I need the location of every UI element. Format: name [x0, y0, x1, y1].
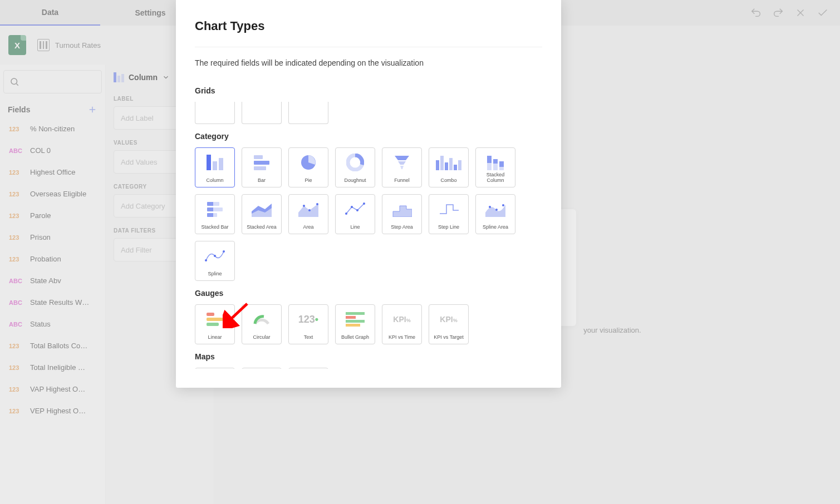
modal-description: The required fields will be indicated de…: [195, 58, 542, 67]
group-category: Category: [195, 132, 540, 141]
card-label: Bar: [258, 178, 266, 184]
chart-card-kpi-time[interactable]: KPI%KPI vs Time: [382, 304, 422, 344]
chart-card-grid[interactable]: [242, 102, 282, 124]
card-label: KPI vs Time: [389, 335, 415, 340]
card-label: Stacked Column: [478, 172, 513, 184]
chart-card-bullet[interactable]: Bullet Graph: [335, 304, 375, 344]
card-label: Combo: [440, 178, 456, 184]
card-label: Area: [303, 225, 313, 230]
svg-point-17: [489, 206, 491, 208]
card-label: Funnel: [394, 178, 410, 184]
card-label: Line: [350, 225, 360, 230]
card-label: Linear: [208, 335, 222, 340]
chart-card-choropleth[interactable]: Choropleth: [195, 368, 235, 369]
card-label: Stacked Area: [247, 225, 277, 230]
chart-card-stacked-bar[interactable]: Stacked Bar: [195, 194, 235, 234]
svg-point-19: [502, 204, 504, 206]
chart-card-bar[interactable]: Bar: [242, 147, 282, 187]
chart-card-step-line[interactable]: Step Line: [429, 194, 469, 234]
card-label: Text: [304, 335, 313, 340]
chart-card-linear[interactable]: Linear: [195, 304, 235, 344]
card-label: Pie: [304, 178, 312, 184]
chart-card-area[interactable]: Area: [288, 194, 328, 234]
svg-point-15: [363, 202, 365, 205]
card-label: Column: [206, 178, 223, 184]
card-label: Spline Area: [483, 225, 508, 230]
chart-card-step-area[interactable]: Step Area: [382, 194, 422, 234]
chart-card-grid[interactable]: [195, 102, 235, 124]
chart-card-grid[interactable]: [288, 102, 328, 124]
chart-card-line[interactable]: Line: [335, 194, 375, 234]
chart-card-circular[interactable]: Circular: [242, 304, 282, 344]
card-label: Step Area: [391, 225, 413, 230]
card-label: Spline: [208, 271, 222, 277]
card-label: KPI vs Target: [434, 335, 463, 340]
chart-card-stacked-area[interactable]: Stacked Area: [242, 194, 282, 234]
card-label: Circular: [253, 335, 270, 340]
card-label: Step Line: [438, 225, 459, 230]
svg-point-20: [205, 259, 207, 261]
chart-card-pie[interactable]: Pie: [288, 147, 328, 187]
chart-card-spline[interactable]: Spline: [195, 241, 235, 281]
svg-point-13: [351, 206, 353, 208]
chart-card-doughnut[interactable]: Doughnut: [335, 147, 375, 187]
svg-point-12: [345, 213, 347, 215]
chart-card-text[interactable]: 123•Text: [288, 304, 328, 344]
chart-card-stacked-column[interactable]: Stacked Column: [475, 147, 515, 187]
svg-point-22: [223, 250, 225, 253]
card-label: Stacked Bar: [201, 225, 228, 230]
svg-marker-5: [400, 166, 404, 169]
modal-title: Chart Types: [195, 19, 542, 33]
svg-point-14: [356, 209, 358, 211]
svg-marker-16: [393, 206, 412, 217]
chart-card-column[interactable]: Column: [195, 147, 235, 187]
svg-point-11: [316, 203, 318, 205]
card-label: Doughnut: [344, 178, 366, 184]
group-gauges: Gauges: [195, 289, 540, 298]
chart-card-scatter-map[interactable]: Scatter Map: [242, 368, 282, 369]
chart-card-kpi-target[interactable]: KPI%KPI vs Target: [429, 304, 469, 344]
svg-point-9: [303, 205, 305, 207]
chart-card-funnel[interactable]: Funnel: [382, 147, 422, 187]
chart-card-spline-area[interactable]: Spline Area: [475, 194, 515, 234]
svg-point-10: [308, 209, 311, 211]
chart-card-tree-map[interactable]: Tree Map: [288, 368, 328, 369]
svg-marker-3: [395, 156, 409, 160]
svg-point-18: [495, 209, 498, 211]
svg-point-21: [214, 255, 216, 257]
card-label: Bullet Graph: [341, 335, 369, 340]
group-maps: Maps: [195, 352, 540, 361]
group-grids: Grids: [195, 86, 540, 95]
svg-marker-4: [398, 161, 406, 165]
chart-card-combo[interactable]: Combo: [429, 147, 469, 187]
chart-types-modal: Chart Types The required fields will be …: [176, 0, 561, 388]
